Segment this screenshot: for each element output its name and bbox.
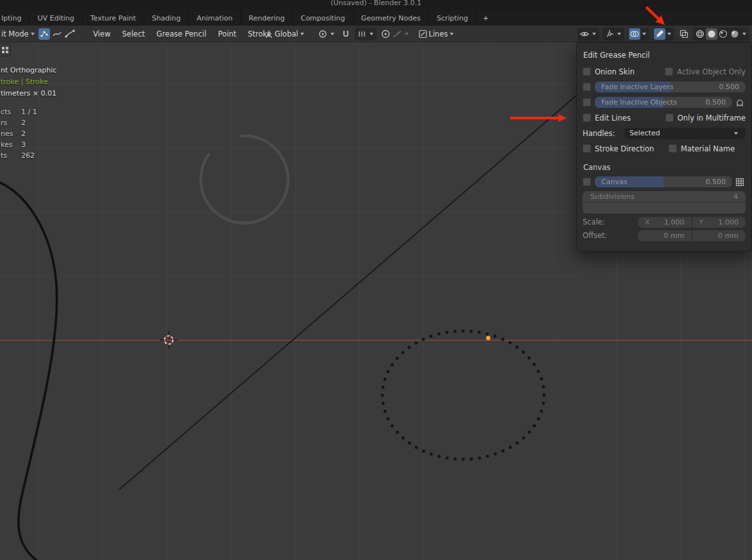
workspace-tab-uv-editing[interactable]: UV Editing xyxy=(30,10,82,26)
menu-point[interactable]: Point xyxy=(212,26,243,42)
shading-material-icon[interactable] xyxy=(717,28,729,40)
edit-lines-row: Edit Lines Only in Multiframe xyxy=(583,111,746,124)
chevron-down-icon[interactable] xyxy=(405,33,409,35)
blender-window: (Unsaved) - Blender 3.0.1 lpting UV Edit… xyxy=(0,0,752,560)
orientation-label: Global xyxy=(275,30,298,38)
material-name-label: Material Name xyxy=(681,144,735,153)
onion-skin-row: Onion Skin Active Object Only xyxy=(583,65,746,78)
overlays-icon xyxy=(629,28,640,40)
transform-orientation-dropdown[interactable]: Global xyxy=(263,26,306,42)
select-mode-group xyxy=(38,26,76,42)
only-in-multiframe-label: Only in Multiframe xyxy=(678,114,746,123)
menu-select[interactable]: Select xyxy=(116,26,150,42)
view-name-label: nt Orthographic xyxy=(1,65,56,76)
shading-solid-icon[interactable] xyxy=(706,28,717,40)
window-title: (Unsaved) - Blender 3.0.1 xyxy=(330,0,421,7)
workspace-tab-scripting[interactable]: Scripting xyxy=(429,10,476,26)
grid-icon[interactable] xyxy=(734,176,746,188)
workspace-tabs: lpting UV Editing Texture Paint Shading … xyxy=(0,10,752,26)
select-mode-stroke-icon[interactable] xyxy=(51,28,63,40)
grease-pencil-overlays-dropdown[interactable] xyxy=(653,28,674,40)
handles-value: Selected xyxy=(629,129,660,137)
stat-frames: nes2 xyxy=(1,128,56,139)
scale-label: Scale: xyxy=(583,217,638,226)
stroke-direction-label: Stroke Direction xyxy=(595,144,654,153)
overlays-popover: Edit Grease Pencil Onion Skin Active Obj… xyxy=(576,42,752,251)
subdivisions-field-extra[interactable] xyxy=(583,203,746,214)
active-object-only-checkbox[interactable] xyxy=(665,67,673,76)
orientation-axes-icon xyxy=(263,28,275,40)
stroke-direction-checkbox[interactable] xyxy=(583,144,591,153)
visibility-eye-icon xyxy=(579,28,590,40)
scale-y-field[interactable]: Y 1.000 xyxy=(692,217,746,228)
proportional-edit-cluster xyxy=(380,26,411,42)
snap-target-dropdown[interactable] xyxy=(355,28,377,40)
material-name-checkbox[interactable] xyxy=(669,144,677,153)
select-mode-segment-icon[interactable] xyxy=(64,28,76,40)
chevron-down-icon xyxy=(450,33,454,35)
active-object-label: troke | Stroke xyxy=(1,76,56,88)
chevron-down-icon xyxy=(734,132,738,135)
subdivisions-field[interactable]: Subdivisions 4 xyxy=(583,191,746,214)
subdivisions-label: Subdivisions xyxy=(590,192,635,201)
fade-inactive-objects-checkbox[interactable] xyxy=(583,98,591,106)
handles-row: Handles: Selected xyxy=(583,126,746,140)
workspace-tab-animation[interactable]: Animation xyxy=(189,10,241,26)
scale-x-field[interactable]: X 1.000 xyxy=(638,217,692,228)
chevron-down-icon xyxy=(667,33,671,35)
pivot-point-dropdown[interactable] xyxy=(317,26,336,42)
stroke-placement-label: Lines xyxy=(429,30,448,38)
onion-skin-checkbox[interactable] xyxy=(583,67,591,76)
gizmos-dropdown[interactable] xyxy=(602,28,624,40)
workspace-tab-sculpting[interactable]: lpting xyxy=(0,10,30,26)
only-in-multiframe-checkbox[interactable] xyxy=(665,114,674,122)
window-titlebar: (Unsaved) - Blender 3.0.1 xyxy=(0,0,752,10)
edit-lines-checkbox[interactable] xyxy=(583,114,591,122)
offset-y-field[interactable]: 0 mm xyxy=(692,230,746,241)
handles-dropdown[interactable]: Selected xyxy=(624,128,746,139)
workspace-tab-rendering[interactable]: Rendering xyxy=(241,10,293,26)
add-workspace-button[interactable]: + xyxy=(476,10,495,26)
fade-inactive-objects-row: Fade Inactive Objects 0.500 xyxy=(583,96,746,109)
workspace-tab-compositing[interactable]: Compositing xyxy=(293,10,354,26)
menu-view[interactable]: View xyxy=(87,26,116,42)
proportional-editing-icon[interactable] xyxy=(380,28,391,40)
shading-rendered-icon[interactable] xyxy=(729,28,740,40)
viewport-header: it Mode View Select Grease Pencil Point … xyxy=(0,26,752,42)
header-menus: View Select Grease Pencil Point Stroke xyxy=(87,26,277,42)
chevron-down-icon xyxy=(642,33,646,35)
gizmo-icon xyxy=(604,28,615,40)
scale-row: Scale: X 1.000 Y 1.000 xyxy=(583,216,746,228)
offset-x-field[interactable]: 0 mm xyxy=(638,230,692,241)
stat-points: ts262 xyxy=(1,150,56,161)
menu-grease-pencil[interactable]: Grease Pencil xyxy=(151,26,212,42)
workspace-tab-shading[interactable]: Shading xyxy=(144,10,189,26)
mode-dropdown[interactable]: it Mode xyxy=(1,26,37,42)
fade-inactive-layers-checkbox[interactable] xyxy=(583,83,591,91)
snap-magnet-icon[interactable] xyxy=(340,28,352,40)
fade-inactive-layers-slider[interactable]: Fade Inactive Layers 0.500 xyxy=(595,81,746,92)
offset-label: Offset: xyxy=(583,231,638,240)
ghost-icon[interactable] xyxy=(734,97,746,108)
proportional-falloff-icon[interactable] xyxy=(391,28,403,40)
stroke-placement-dropdown[interactable]: Lines xyxy=(417,26,456,42)
fade-inactive-layers-row: Fade Inactive Layers 0.500 xyxy=(583,80,746,94)
workspace-tab-texture-paint[interactable]: Texture Paint xyxy=(83,10,144,26)
active-object-only-label: Active Object Only xyxy=(677,67,746,76)
stat-layers: rs2 xyxy=(1,117,56,128)
canvas-opacity-slider[interactable]: Canvas 0.500 xyxy=(595,176,732,187)
object-visibility-dropdown[interactable] xyxy=(577,28,599,40)
workspace-tab-geometry-nodes[interactable]: Geometry Nodes xyxy=(354,10,429,26)
fade-inactive-objects-slider[interactable]: Fade Inactive Objects 0.500 xyxy=(595,97,732,108)
viewport-info: nt Orthographic troke | Stroke timeters … xyxy=(1,65,56,161)
shading-wireframe-icon[interactable] xyxy=(694,28,706,40)
toolbar-tool-button[interactable] xyxy=(0,44,11,56)
chevron-down-icon xyxy=(617,33,621,35)
viewport-stats: cts1 / 1 rs2 nes2 kes3 ts262 xyxy=(1,106,56,161)
select-mode-point-icon[interactable] xyxy=(38,28,50,40)
overlays-dropdown[interactable] xyxy=(628,28,649,40)
panel-title: Edit Grease Pencil xyxy=(583,51,746,60)
canvas-checkbox[interactable] xyxy=(583,178,591,186)
xray-toggle-icon[interactable] xyxy=(678,28,690,40)
chevron-down-icon xyxy=(31,33,35,35)
